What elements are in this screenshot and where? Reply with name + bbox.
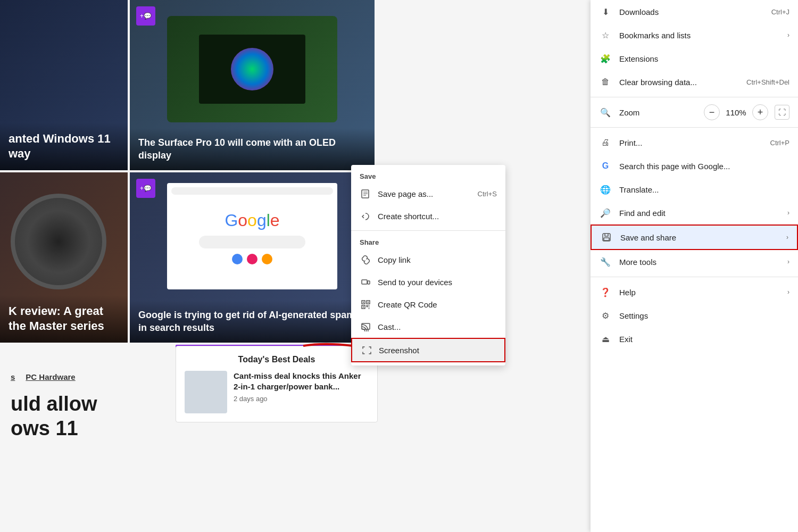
save-share-submenu: Save Save page as... Ctrl+S Create short… (351, 165, 505, 365)
help-arrow: › (787, 288, 789, 296)
save-share-arrow: › (786, 234, 788, 241)
qr-icon (360, 298, 371, 310)
card-review[interactable]: K review: A great the Master series (0, 172, 128, 343)
chrome-menu: ⬇ Downloads Ctrl+J ☆ Bookmarks and lists… (591, 0, 798, 532)
deal-item[interactable]: Cant-miss deal knocks this Anker 2-in-1 … (185, 371, 369, 413)
menu-label-translate: Translate... (619, 185, 789, 194)
svg-rect-10 (363, 302, 364, 303)
submenu-label-copy-link: Copy link (378, 255, 411, 264)
svg-rect-3 (604, 238, 609, 240)
share-section-label: Share (351, 234, 505, 248)
shortcut-icon (360, 210, 371, 222)
link-icon (360, 254, 371, 265)
submenu-send-devices[interactable]: Send to your devices (351, 271, 505, 293)
help-icon: ❓ (599, 286, 612, 298)
menu-item-search-google[interactable]: G Search this page with Google... (591, 154, 798, 178)
menu-label-find-edit: Find and edit (619, 209, 783, 218)
submenu-copy-link[interactable]: Copy link (351, 248, 505, 271)
star-icon: ☆ (599, 29, 612, 41)
send-icon (360, 276, 371, 288)
cast-icon (360, 321, 371, 332)
menu-item-help[interactable]: ❓ Help › (591, 280, 798, 304)
submenu-label-save-page-as: Save page as... (378, 189, 433, 198)
save-page-shortcut: Ctrl+S (478, 190, 497, 198)
menu-label-downloads: Downloads (619, 7, 767, 16)
menu-item-bookmarks[interactable]: ☆ Bookmarks and lists › (591, 23, 798, 47)
trash-icon: 🗑 (599, 76, 612, 88)
card-2-title: The Surface Pro 10 will come with an OLE… (138, 137, 366, 162)
download-icon: ⬇ (599, 5, 612, 18)
svg-rect-6 (368, 281, 370, 284)
print-icon: 🖨 (599, 136, 612, 149)
menu-item-more-tools[interactable]: 🔧 More tools › (591, 250, 798, 273)
deal-info: Cant-miss deal knocks this Anker 2-in-1 … (234, 371, 369, 413)
divider-2 (591, 127, 798, 128)
zoom-plus-button[interactable]: + (752, 104, 768, 120)
deal-date: 2 days ago (234, 395, 369, 403)
svg-rect-11 (368, 302, 369, 303)
tools-icon: 🔧 (599, 255, 612, 268)
card-4-badge: +💬 (136, 179, 155, 198)
submenu-screenshot[interactable]: Screenshot (351, 338, 505, 362)
zoom-value: 110% (724, 108, 748, 117)
menu-label-save-share: Save and share (620, 233, 782, 242)
svg-rect-12 (363, 306, 364, 307)
card-windows[interactable]: anted Windows 11 way (0, 0, 128, 170)
submenu-save-page-as[interactable]: Save page as... Ctrl+S (351, 182, 505, 205)
menu-label-print: Print... (619, 138, 766, 147)
menu-label-exit: Exit (619, 335, 789, 344)
zoom-icon: 🔍 (599, 106, 612, 119)
submenu-label-screenshot: Screenshot (379, 346, 419, 355)
menu-item-extensions[interactable]: 🧩 Extensions (591, 47, 798, 70)
menu-item-print[interactable]: 🖨 Print... Ctrl+P (591, 131, 798, 154)
submenu-divider-1 (351, 230, 505, 231)
zoom-control: 🔍 Zoom − 110% + ⛶ (591, 101, 798, 124)
submenu-label-send-devices: Send to your devices (378, 278, 452, 287)
card-2-badge: +💬 (136, 6, 155, 26)
menu-item-settings[interactable]: ⚙ Settings (591, 304, 798, 327)
menu-label-settings: Settings (619, 311, 789, 320)
zoom-expand-button[interactable]: ⛶ (775, 105, 789, 120)
find-edit-arrow: › (787, 209, 789, 217)
cards-grid: anted Windows 11 way +💬 The Surface Pro … (0, 0, 383, 372)
menu-item-clear-browsing[interactable]: 🗑 Clear browsing data... Ctrl+Shift+Del (591, 70, 798, 94)
divider-3 (591, 277, 798, 277)
card-google[interactable]: +💬 Google Google is trying to get rid of… (130, 172, 375, 343)
deal-thumbnail (185, 371, 227, 413)
settings-icon: ⚙ (599, 309, 612, 322)
find-icon: 🔎 (599, 206, 612, 219)
submenu-create-shortcut[interactable]: Create shortcut... (351, 205, 505, 227)
card-3-title: K review: A great the Master series (9, 304, 119, 334)
menu-item-exit[interactable]: ⏏ Exit (591, 327, 798, 351)
downloads-shortcut: Ctrl+J (771, 8, 789, 16)
menu-item-find-edit[interactable]: 🔎 Find and edit › (591, 201, 798, 225)
bottom-link-s[interactable]: s (11, 372, 15, 381)
exit-icon: ⏏ (599, 332, 612, 345)
submenu-create-qr[interactable]: Create QR Code (351, 293, 505, 315)
submenu-label-cast: Cast... (378, 322, 401, 331)
divider-1 (591, 97, 798, 97)
submenu-cast[interactable]: Cast... (351, 315, 505, 338)
save-section-label: Save (351, 168, 505, 182)
puzzle-icon: 🧩 (599, 52, 612, 65)
zoom-label: Zoom (619, 108, 704, 117)
menu-label-clear-browsing: Clear browsing data... (619, 78, 742, 87)
menu-label-more-tools: More tools (619, 257, 783, 267)
bottom-link-pc-hardware[interactable]: PC Hardware (26, 372, 75, 381)
card-1-title: anted Windows 11 way (9, 131, 119, 162)
print-shortcut: Ctrl+P (770, 139, 789, 147)
menu-item-translate[interactable]: 🌐 Translate... (591, 178, 798, 201)
save-icon (600, 231, 613, 244)
submenu-label-create-shortcut: Create shortcut... (378, 212, 439, 221)
screenshot-icon (361, 344, 372, 356)
menu-item-save-share[interactable]: Save and share › (591, 225, 798, 250)
bookmarks-arrow: › (787, 31, 789, 39)
deal-name: Cant-miss deal knocks this Anker 2-in-1 … (234, 371, 369, 392)
menu-label-search-google: Search this page with Google... (619, 162, 789, 171)
zoom-minus-button[interactable]: − (704, 104, 720, 120)
menu-item-downloads[interactable]: ⬇ Downloads Ctrl+J (591, 0, 798, 23)
menu-label-bookmarks: Bookmarks and lists (619, 31, 783, 40)
clear-browsing-shortcut: Ctrl+Shift+Del (746, 78, 789, 86)
card-surface[interactable]: +💬 The Surface Pro 10 will come with an … (130, 0, 375, 170)
menu-label-extensions: Extensions (619, 54, 789, 63)
